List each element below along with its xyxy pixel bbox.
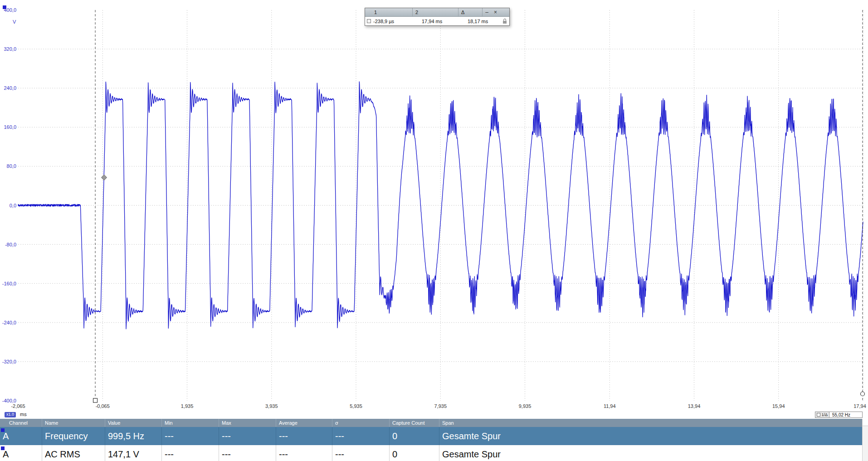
y-tick-label: 400,0: [4, 7, 16, 13]
column-header-sigma[interactable]: σ: [332, 419, 390, 427]
cell-channel: A: [0, 445, 42, 461]
x-scale-badge[interactable]: x1.0: [5, 412, 16, 417]
measurement-row-frequency[interactable]: AFrequency999,5 Hz------------0Gesamte S…: [0, 427, 868, 445]
y-tick-label: -320,0: [2, 359, 16, 364]
x-tick-label: -0,065: [96, 403, 110, 409]
x-tick-label: 9,935: [519, 403, 532, 409]
x-tick-label: 13,94: [688, 403, 701, 409]
x-axis-labels: -2,065-0,0651,9353,9355,9357,9359,93511,…: [0, 403, 868, 411]
column-header-average[interactable]: Average: [276, 419, 332, 427]
one-over-delta-label: 1/Δ: [815, 412, 829, 418]
one-over-delta-value: 55,02 Hz: [829, 412, 863, 418]
cursor-ruler-overlay[interactable]: 1 2 Δ – × -238,9 µs 17,94 ms 18,17 ms: [365, 8, 510, 26]
time-cursor-1[interactable]: [93, 10, 98, 402]
y-axis-labels: 400,0320,0240,0160,080,00,0-80,0-160,0-2…: [0, 0, 17, 411]
y-tick-label: -400,0: [2, 398, 16, 403]
column-header-min[interactable]: Min: [162, 419, 219, 427]
ruler-handle-icon[interactable]: [367, 19, 371, 23]
one-over-delta-icon[interactable]: [817, 413, 820, 417]
cell-min: ---: [162, 445, 219, 461]
ruler-col-delta-header: Δ: [458, 8, 483, 16]
cell-channel: A: [0, 427, 42, 445]
y-tick-label: -160,0: [2, 281, 16, 286]
measurements-table: ChannelNameValueMinMaxAverageσCapture Co…: [0, 419, 868, 461]
x-tick-label: 7,935: [434, 403, 447, 409]
ruler-delta-value: 18,17 ms: [465, 19, 497, 24]
column-header-value[interactable]: Value: [105, 419, 162, 427]
cell-average: ---: [276, 445, 332, 461]
measurement-row-ac-rms[interactable]: AAC RMS147,1 V------------0Gesamte Spur: [0, 445, 868, 461]
table-header-row: ChannelNameValueMinMaxAverageσCapture Co…: [0, 419, 868, 427]
cell-min: ---: [162, 427, 219, 445]
column-header-name[interactable]: Name: [42, 419, 105, 427]
table-scrollbar[interactable]: [862, 419, 868, 461]
x-axis-strip: x1.0 ms 1/Δ 55,02 Hz: [0, 411, 868, 419]
cell-average: ---: [276, 427, 332, 445]
cursor-1-handle[interactable]: [93, 398, 98, 402]
ruler-col-2-header: 2: [413, 8, 458, 16]
y-tick-label: 240,0: [4, 85, 16, 91]
y-axis-unit: V: [13, 19, 16, 25]
ruler-close-button[interactable]: ×: [491, 8, 500, 16]
scope-canvas[interactable]: [0, 0, 868, 411]
y-tick-label: 80,0: [7, 163, 16, 169]
ruler-values-row: -238,9 µs 17,94 ms 18,17 ms: [365, 17, 509, 25]
x-tick-label: 1,935: [181, 403, 194, 409]
cell-span: Gesamte Spur: [439, 427, 868, 445]
y-tick-label: -240,0: [2, 320, 16, 325]
lock-icon[interactable]: [500, 19, 509, 24]
cell-sigma: ---: [332, 427, 390, 445]
ruler-header[interactable]: 1 2 Δ – ×: [365, 8, 509, 17]
column-header-capture_count[interactable]: Capture Count: [390, 419, 439, 427]
ruler-cursor-2-value: 17,94 ms: [419, 19, 465, 24]
cell-value: 999,5 Hz: [105, 427, 162, 445]
column-header-channel[interactable]: Channel: [0, 419, 42, 427]
x-tick-label: 15,94: [772, 403, 785, 409]
ruler-minimize-button[interactable]: –: [483, 8, 491, 16]
y-tick-label: 320,0: [4, 46, 16, 52]
cell-capture_count: 0: [390, 445, 439, 461]
y-tick-label: -80,0: [5, 242, 16, 247]
x-tick-label: 11,94: [604, 403, 616, 409]
cell-name: AC RMS: [42, 445, 105, 461]
frequency-readout[interactable]: 1/Δ 55,02 Hz: [815, 412, 863, 418]
ruler-col-1-header: 1: [365, 8, 413, 16]
scrollbar-button[interactable]: [863, 419, 868, 426]
y-tick-label: 160,0: [4, 124, 16, 130]
x-tick-label: 5,935: [350, 403, 362, 409]
cell-name: Frequency: [42, 427, 105, 445]
cursor-2-handle[interactable]: [861, 392, 865, 396]
x-axis-unit: ms: [20, 412, 27, 417]
x-tick-label: 3,935: [265, 403, 278, 409]
cell-value: 147,1 V: [105, 445, 162, 461]
grid-lines: [18, 10, 863, 401]
channel-color-chip: [1, 428, 5, 432]
cell-max: ---: [219, 427, 276, 445]
column-header-span[interactable]: Span: [439, 419, 868, 427]
cell-max: ---: [219, 445, 276, 461]
x-tick-label: -2,065: [11, 403, 25, 409]
x-tick-label: 17,94: [853, 403, 866, 409]
cell-sigma: ---: [332, 445, 390, 461]
cell-span: Gesamte Spur: [439, 445, 868, 461]
column-header-max[interactable]: Max: [219, 419, 276, 427]
ruler-cursor-1-value: -238,9 µs: [372, 19, 419, 24]
trigger-marker[interactable]: [102, 175, 107, 180]
y-tick-label: 0,0: [10, 203, 16, 208]
channel-color-chip: [1, 446, 5, 450]
cell-capture_count: 0: [390, 427, 439, 445]
